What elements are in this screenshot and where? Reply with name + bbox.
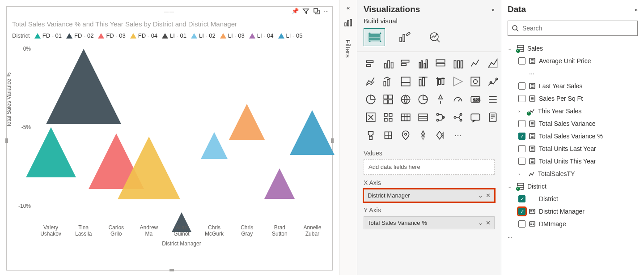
filter-icon[interactable]	[302, 8, 309, 16]
remove-field-icon[interactable]: ✕	[486, 192, 491, 199]
viz-type-icon[interactable]	[398, 56, 413, 71]
viz-type-icon[interactable]	[364, 128, 378, 142]
collapse-data-icon[interactable]: »	[635, 6, 638, 13]
data-point[interactable]	[46, 49, 121, 124]
xaxis-field[interactable]: District Manager ⌄✕	[364, 189, 495, 202]
data-point[interactable]	[264, 168, 295, 199]
data-point[interactable]	[26, 127, 76, 177]
svg-point-9	[369, 41, 371, 42]
field-row[interactable]: DMImage	[508, 218, 642, 230]
format-visual-tab[interactable]	[394, 28, 415, 46]
more-options-icon[interactable]: ···	[324, 8, 329, 16]
viz-type-icon[interactable]	[364, 56, 378, 71]
viz-type-icon[interactable]	[364, 74, 378, 89]
viz-type-icon[interactable]	[486, 110, 500, 125]
field-row[interactable]: Total Units Last Year	[508, 142, 642, 155]
viz-type-icon[interactable]	[381, 92, 395, 107]
table-row[interactable]: ⌄Sales	[508, 42, 642, 55]
legend-item[interactable]: FD - 04	[130, 32, 157, 39]
legend-item[interactable]: LI - 04	[249, 32, 274, 39]
build-visual-tab[interactable]	[364, 28, 385, 46]
field-row[interactable]: Sales Per Sq Ft	[508, 92, 642, 105]
collapse-viz-icon[interactable]: »	[491, 6, 495, 13]
y-tick: 0%	[11, 46, 31, 52]
legend-item[interactable]: LI - 02	[191, 32, 216, 39]
svg-rect-5	[369, 34, 380, 37]
data-point[interactable]	[118, 137, 180, 199]
expand-filters-icon[interactable]: «	[347, 4, 350, 11]
chart-visual[interactable]: ══ 📌 ··· Total Sales Variance % and This…	[6, 6, 333, 271]
table-row[interactable]: ⌄District	[508, 180, 642, 193]
legend-item[interactable]: FD - 01	[34, 32, 62, 39]
svg-point-60	[454, 116, 456, 118]
search-input[interactable]	[508, 21, 638, 36]
viz-type-icon[interactable]	[433, 110, 448, 125]
field-row[interactable]: District Manager	[508, 205, 642, 218]
viz-type-icon[interactable]	[364, 92, 378, 107]
viz-type-icon[interactable]	[451, 56, 465, 71]
viz-type-icon[interactable]	[381, 128, 395, 142]
values-well[interactable]: Add data fields here	[364, 159, 495, 175]
visualizations-title: Visualizations	[364, 4, 420, 14]
viz-type-icon[interactable]	[486, 92, 500, 107]
svg-rect-24	[426, 60, 428, 68]
data-point[interactable]	[201, 132, 228, 159]
field-row[interactable]: Average Unit Price	[508, 55, 642, 67]
legend-item[interactable]: LI - 01	[162, 32, 186, 39]
focus-mode-icon[interactable]	[313, 8, 320, 16]
viz-type-icon[interactable]	[381, 110, 395, 125]
viz-type-icon[interactable]	[468, 74, 483, 89]
legend-item[interactable]: FD - 03	[98, 32, 125, 39]
viz-type-icon[interactable]	[486, 74, 500, 89]
viz-type-icon[interactable]	[416, 74, 430, 89]
viz-type-icon[interactable]	[468, 56, 483, 71]
viz-type-icon[interactable]	[416, 128, 430, 142]
pin-icon[interactable]: 📌	[292, 8, 299, 16]
field-row[interactable]: Total Sales Variance %	[508, 130, 642, 142]
visualization-gallery: 123···	[357, 52, 501, 145]
viz-type-icon[interactable]	[381, 74, 395, 89]
viz-type-icon[interactable]	[433, 74, 448, 89]
viz-type-icon[interactable]	[364, 110, 378, 125]
yaxis-field[interactable]: Total Sales Variance % ⌄✕	[364, 216, 495, 229]
analytics-tab[interactable]	[424, 28, 446, 46]
drag-handle-icon[interactable]: ══	[164, 8, 175, 15]
viz-type-icon[interactable]: ···	[451, 128, 465, 142]
svg-rect-14	[366, 61, 373, 63]
data-point[interactable]	[290, 110, 335, 155]
more-icon[interactable]: ···	[508, 67, 642, 80]
viz-type-icon[interactable]	[398, 128, 413, 142]
viz-type-icon[interactable]	[398, 74, 413, 89]
viz-type-icon[interactable]	[416, 92, 430, 107]
viz-type-icon[interactable]	[451, 92, 465, 107]
more-options-icon[interactable]: ···	[501, 230, 644, 244]
viz-type-icon[interactable]	[451, 110, 465, 125]
field-row[interactable]: Total Units This Year	[508, 155, 642, 168]
viz-type-icon[interactable]	[468, 110, 483, 125]
field-row[interactable]: District	[508, 193, 642, 205]
data-point[interactable]	[229, 104, 265, 140]
viz-type-icon[interactable]	[416, 56, 430, 71]
viz-type-icon[interactable]	[433, 56, 448, 71]
viz-type-icon[interactable]	[398, 92, 413, 107]
viz-type-icon[interactable]	[433, 128, 448, 142]
chevron-down-icon[interactable]: ⌄	[478, 192, 483, 199]
viz-type-icon[interactable]	[486, 56, 500, 71]
viz-type-icon[interactable]	[398, 110, 413, 125]
remove-field-icon[interactable]: ✕	[486, 219, 491, 226]
field-row[interactable]: ›TotalSalesTY	[508, 168, 642, 180]
viz-type-icon[interactable]	[416, 110, 430, 125]
legend-item[interactable]: LI - 05	[278, 32, 303, 39]
filters-pane-collapsed[interactable]: « Filters	[339, 0, 357, 275]
svg-rect-42	[384, 95, 388, 99]
viz-type-icon[interactable]	[381, 56, 395, 71]
legend-item[interactable]: LI - 03	[220, 32, 245, 39]
viz-type-icon[interactable]: 123	[468, 92, 483, 107]
field-row[interactable]: Total Sales Variance	[508, 117, 642, 130]
field-row[interactable]: ›This Year Sales	[508, 105, 642, 117]
viz-type-icon[interactable]	[451, 74, 465, 89]
field-row[interactable]: Last Year Sales	[508, 80, 642, 92]
chevron-down-icon[interactable]: ⌄	[478, 219, 483, 226]
legend-item[interactable]: FD - 02	[66, 32, 93, 39]
viz-type-icon[interactable]	[433, 92, 448, 107]
